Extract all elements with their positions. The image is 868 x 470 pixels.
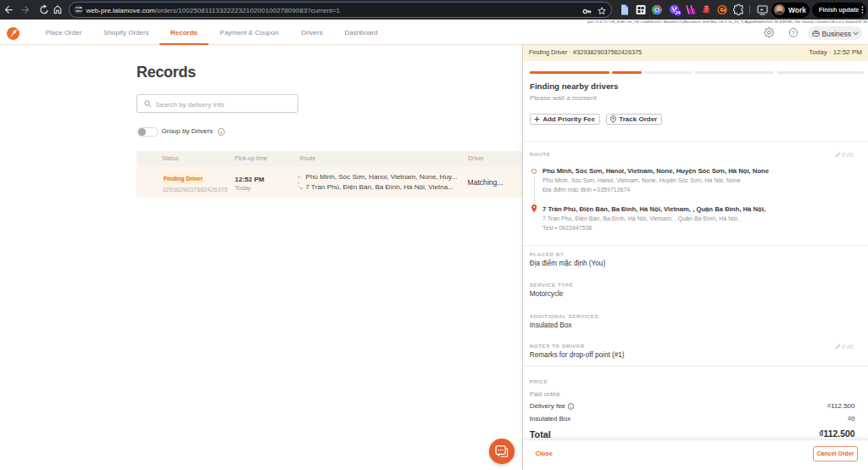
svg-text:24: 24 — [675, 10, 681, 15]
